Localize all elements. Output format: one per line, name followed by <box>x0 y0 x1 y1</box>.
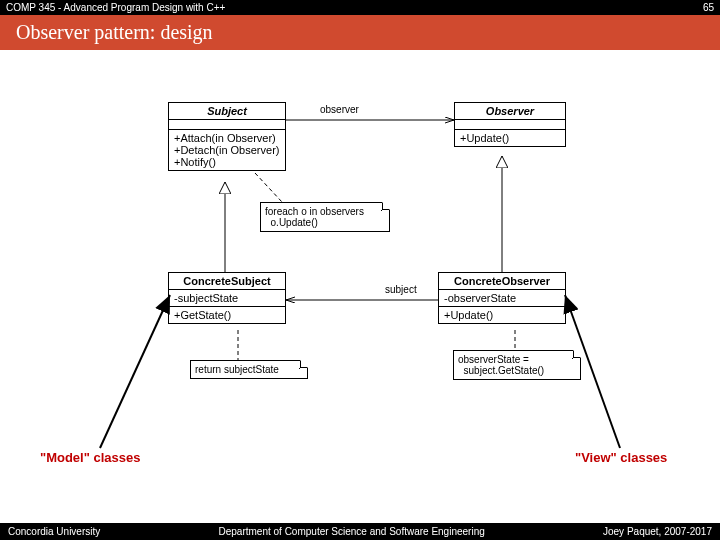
connectors <box>0 50 720 510</box>
note-notify: foreach o in observers o.Update() <box>260 202 390 232</box>
callout-model: "Model" classes <box>40 450 140 465</box>
note-update: observerState = subject.GetState() <box>453 350 581 380</box>
op: +GetState() <box>174 309 280 321</box>
note-getstate: return subjectState <box>190 360 308 379</box>
op: +Notify() <box>174 156 280 168</box>
uml-concrete-observer: ConcreteObserver -observerState +Update(… <box>438 272 566 324</box>
slide-title: Observer pattern: design <box>0 15 720 50</box>
footer-center: Department of Computer Science and Softw… <box>219 526 485 537</box>
footer-bar: Concordia University Department of Compu… <box>0 523 720 540</box>
attr-empty <box>455 120 565 130</box>
class-name: ConcreteObserver <box>439 273 565 290</box>
footer-right: Joey Paquet, 2007-2017 <box>603 526 712 537</box>
slide-number: 65 <box>703 2 714 13</box>
attr-empty <box>169 120 285 130</box>
header-bar: COMP 345 - Advanced Program Design with … <box>0 0 720 15</box>
op: +Detach(in Observer) <box>174 144 280 156</box>
note-text: foreach o in observers o.Update() <box>265 206 364 228</box>
callout-view: "View" classes <box>575 450 667 465</box>
op: +Update() <box>444 309 560 321</box>
attrs: -subjectState <box>169 290 285 307</box>
note-text: observerState = subject.GetState() <box>458 354 544 376</box>
role-subject: subject <box>385 284 417 295</box>
attr: -observerState <box>444 292 560 304</box>
footer-left: Concordia University <box>8 526 100 537</box>
ops: +Update() <box>455 130 565 146</box>
ops: +Attach(in Observer) +Detach(in Observer… <box>169 130 285 170</box>
svg-line-7 <box>100 295 170 448</box>
class-name: Observer <box>455 103 565 120</box>
uml-subject: Subject +Attach(in Observer) +Detach(in … <box>168 102 286 171</box>
note-text: return subjectState <box>195 364 279 375</box>
attrs: -observerState <box>439 290 565 307</box>
op: +Attach(in Observer) <box>174 132 280 144</box>
class-name: ConcreteSubject <box>169 273 285 290</box>
uml-concrete-subject: ConcreteSubject -subjectState +GetState(… <box>168 272 286 324</box>
op: +Update() <box>460 132 560 144</box>
uml-observer: Observer +Update() <box>454 102 566 147</box>
attr: -subjectState <box>174 292 280 304</box>
ops: +Update() <box>439 307 565 323</box>
svg-line-4 <box>255 173 282 202</box>
class-name: Subject <box>169 103 285 120</box>
diagram-canvas: Subject +Attach(in Observer) +Detach(in … <box>0 50 720 510</box>
role-observer: observer <box>320 104 359 115</box>
course-label: COMP 345 - Advanced Program Design with … <box>6 2 225 13</box>
ops: +GetState() <box>169 307 285 323</box>
